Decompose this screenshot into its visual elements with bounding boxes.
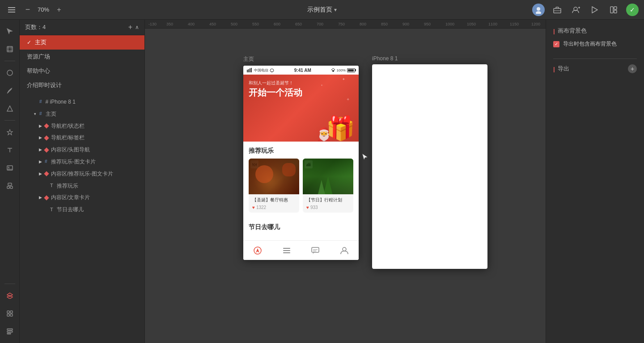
top-bar-right: ✓ bbox=[532, 4, 639, 16]
menu-icon[interactable] bbox=[5, 4, 18, 16]
svg-rect-34 bbox=[7, 311, 9, 313]
svg-rect-31 bbox=[10, 186, 13, 188]
svg-rect-13 bbox=[614, 10, 617, 13]
layer-content-cards-label: 推荐玩乐-图文卡片 bbox=[51, 158, 96, 166]
card-1[interactable]: 🍽 【圣诞】餐厅特惠 ♥ bbox=[249, 159, 299, 213]
layer-content-article[interactable]: ▶ 内容区/文章卡片 bbox=[20, 192, 144, 204]
hero-subtitle: 和别人一起过圣诞节！ bbox=[249, 80, 293, 86]
tool-image[interactable] bbox=[2, 160, 18, 176]
expand-content-cards2: ▶ bbox=[38, 171, 43, 177]
card-2-likes-count: 933 bbox=[310, 205, 318, 210]
title-dropdown-icon[interactable]: ▾ bbox=[334, 7, 337, 13]
add-export-button[interactable]: + bbox=[628, 64, 637, 73]
tool-triangle[interactable] bbox=[2, 100, 18, 117]
card-2-title: 【节日】行程计划 bbox=[306, 197, 350, 203]
page-item-resource[interactable]: 资源广场 bbox=[20, 50, 144, 64]
briefcase-icon[interactable] bbox=[551, 4, 564, 16]
nav-icon-explore[interactable] bbox=[253, 246, 262, 255]
tool-star[interactable] bbox=[2, 124, 18, 140]
frame-type-icon-main: # bbox=[39, 111, 42, 117]
layer-main-frame[interactable]: ▾ # 主页 bbox=[20, 108, 144, 120]
card-2[interactable]: 🏙 【节日】行程计划 ♥ 933 bbox=[303, 159, 353, 213]
card-2-img: 🏙 bbox=[303, 159, 353, 194]
card-1-title: 【圣诞】餐厅特惠 bbox=[252, 197, 296, 203]
star-1: ✦ bbox=[342, 77, 345, 81]
tool-frame[interactable] bbox=[2, 41, 18, 57]
layer-nav-tab-label: 导航栏/标签栏 bbox=[51, 134, 85, 142]
diamond-icon-3 bbox=[44, 147, 49, 152]
svg-marker-41 bbox=[362, 154, 368, 160]
layer-iphone-frame[interactable]: # # iPhone 8 1 bbox=[20, 96, 144, 108]
plus-button[interactable]: + bbox=[53, 4, 65, 16]
svg-rect-43 bbox=[248, 69, 249, 72]
svg-rect-1 bbox=[8, 9, 15, 10]
expand-content-article: ▶ bbox=[38, 195, 43, 201]
svg-rect-35 bbox=[10, 311, 13, 313]
play-icon[interactable] bbox=[589, 4, 601, 16]
layer-content-cards2[interactable]: ▶ 内容区/推荐玩乐-图文卡片 bbox=[20, 168, 144, 180]
nav-icon-list[interactable] bbox=[282, 246, 291, 255]
layer-nav-tab[interactable]: ▶ 导航栏/标签栏 bbox=[20, 132, 144, 144]
svg-rect-42 bbox=[247, 70, 248, 72]
tool-ellipse[interactable] bbox=[2, 65, 18, 81]
page-item-home[interactable]: ✓ 主页 bbox=[20, 35, 144, 50]
expand-nav-tab: ▶ bbox=[38, 135, 43, 141]
tool-history[interactable] bbox=[2, 323, 18, 339]
page-title: 示例首页 ▾ bbox=[307, 6, 337, 14]
tool-layers[interactable] bbox=[2, 288, 18, 304]
svg-marker-28 bbox=[7, 168, 13, 170]
minus-button[interactable]: − bbox=[21, 4, 34, 16]
svg-point-46 bbox=[271, 71, 272, 72]
layer-content-hero-label: 内容区/头图导航 bbox=[51, 146, 90, 154]
page-item-help[interactable]: 帮助中心 bbox=[20, 64, 144, 78]
status-carrier: 中国电信 bbox=[254, 68, 268, 73]
tool-assets[interactable] bbox=[2, 305, 18, 322]
canvas-area[interactable]: -130 350 400 450 500 550 600 650 700 750… bbox=[145, 20, 546, 343]
card-1-likes-count: 1322 bbox=[256, 205, 266, 210]
svg-rect-30 bbox=[7, 186, 9, 188]
svg-rect-2 bbox=[8, 12, 15, 13]
frame-type-icon: # bbox=[39, 99, 42, 105]
layer-content-hero[interactable]: ▶ 内容区/头图导航 bbox=[20, 144, 144, 156]
page-help-label: 帮助中心 bbox=[27, 67, 50, 75]
layout-icon[interactable] bbox=[607, 4, 620, 16]
add-page-button[interactable]: + bbox=[128, 23, 132, 31]
tool-component[interactable] bbox=[2, 178, 18, 194]
top-bar: − 70% + 示例首页 ▾ ✓ bbox=[0, 0, 644, 20]
nav-icon-chat[interactable] bbox=[311, 246, 320, 255]
status-bar-right: 100% bbox=[331, 68, 355, 72]
tool-text[interactable] bbox=[2, 142, 18, 158]
section2-title: 节日去哪儿 bbox=[249, 223, 353, 231]
iphone-frame-container: iPhone 8 1 bbox=[372, 55, 487, 269]
tool-move[interactable] bbox=[2, 23, 18, 39]
svg-rect-38 bbox=[7, 329, 13, 330]
canvas-content: 主页 中国电信 9:41 AM 100% bbox=[145, 29, 546, 343]
layer-content-cards2-label: 内容区/推荐玩乐-图文卡片 bbox=[51, 170, 113, 178]
tool-pen[interactable] bbox=[2, 83, 18, 99]
layer-text-recommend[interactable]: T 推荐玩乐 bbox=[20, 180, 144, 192]
card-1-likes: ♥ 1322 bbox=[252, 205, 296, 210]
svg-rect-52 bbox=[283, 252, 290, 253]
layer-text-holiday[interactable]: T 节日去哪儿 bbox=[20, 204, 144, 216]
diamond-icon bbox=[44, 123, 49, 128]
check-button[interactable]: ✓ bbox=[626, 4, 639, 16]
heart-icon-1: ♥ bbox=[252, 205, 255, 210]
svg-marker-10 bbox=[592, 7, 597, 13]
avatar[interactable] bbox=[532, 4, 545, 16]
export-checkbox-row: ✓ 导出时包含画布背景色 bbox=[553, 40, 637, 48]
section1-title: 推荐玩乐 bbox=[243, 142, 359, 159]
svg-rect-40 bbox=[7, 333, 11, 334]
layer-content-cards[interactable]: ▶ # 推荐玩乐-图文卡片 bbox=[20, 156, 144, 168]
export-checkbox[interactable]: ✓ bbox=[553, 41, 559, 47]
right-panel: 画布背景色 ✓ 导出时包含画布背景色 导出 + bbox=[546, 20, 644, 343]
page-item-intro[interactable]: 介绍即时设计 bbox=[20, 78, 144, 92]
text-type-icon-2: T bbox=[50, 206, 53, 213]
status-battery-pct: 100% bbox=[337, 68, 346, 72]
layer-nav-status[interactable]: ▶ 导航栏/状态栏 bbox=[20, 120, 144, 132]
card-2-likes: ♥ 933 bbox=[306, 205, 350, 210]
nav-icon-profile[interactable] bbox=[340, 246, 349, 255]
add-person-icon[interactable] bbox=[570, 4, 582, 16]
collapse-pages-button[interactable]: ∧ bbox=[135, 24, 139, 30]
layers-nav: ✓ 主页 资源广场 帮助中心 介绍即时设计 # # iPhone 8 1 ▾ bbox=[20, 35, 144, 343]
status-bar-left: 中国电信 bbox=[247, 68, 275, 73]
